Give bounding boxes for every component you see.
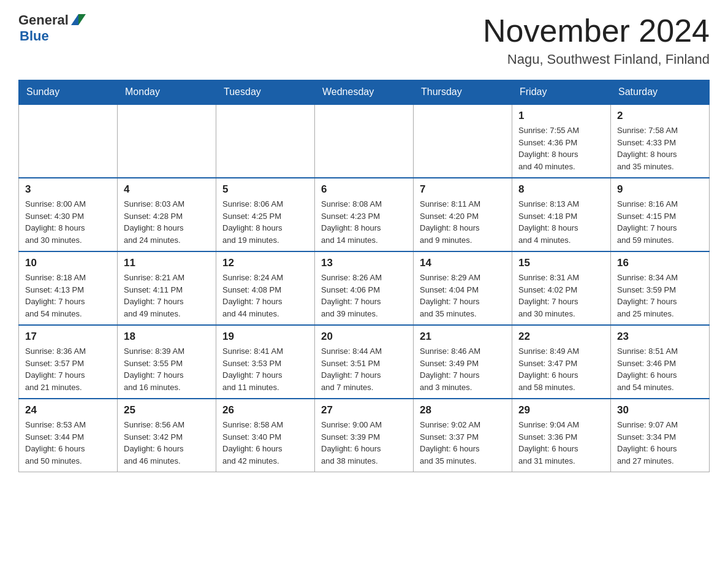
calendar-cell: 30Sunrise: 9:07 AM Sunset: 3:34 PM Dayli… [611,399,710,472]
calendar-cell: 11Sunrise: 8:21 AM Sunset: 4:11 PM Dayli… [118,251,216,325]
day-info: Sunrise: 8:34 AM Sunset: 3:59 PM Dayligh… [617,272,703,320]
day-info: Sunrise: 8:51 AM Sunset: 3:46 PM Dayligh… [617,345,703,393]
day-info: Sunrise: 8:53 AM Sunset: 3:44 PM Dayligh… [25,419,111,467]
calendar-cell: 25Sunrise: 8:56 AM Sunset: 3:42 PM Dayli… [118,399,216,472]
calendar-cell: 4Sunrise: 8:03 AM Sunset: 4:28 PM Daylig… [118,178,216,251]
day-number: 15 [518,257,604,269]
weekday-header-sunday: Sunday [19,80,118,105]
calendar-cell: 6Sunrise: 8:08 AM Sunset: 4:23 PM Daylig… [315,178,414,251]
calendar-cell: 7Sunrise: 8:11 AM Sunset: 4:20 PM Daylig… [414,178,512,251]
day-number: 20 [321,331,407,343]
calendar-cell: 15Sunrise: 8:31 AM Sunset: 4:02 PM Dayli… [512,251,611,325]
day-number: 27 [321,404,407,416]
day-number: 29 [518,404,604,416]
calendar-cell: 23Sunrise: 8:51 AM Sunset: 3:46 PM Dayli… [611,325,710,399]
weekday-header-friday: Friday [512,80,611,105]
day-number: 13 [321,257,407,269]
logo-triangle-blue [71,14,78,25]
day-number: 1 [518,110,604,122]
day-info: Sunrise: 8:44 AM Sunset: 3:51 PM Dayligh… [321,345,407,393]
calendar-cell: 9Sunrise: 8:16 AM Sunset: 4:15 PM Daylig… [611,178,710,251]
week-row-4: 17Sunrise: 8:36 AM Sunset: 3:57 PM Dayli… [19,325,710,399]
day-info: Sunrise: 8:08 AM Sunset: 4:23 PM Dayligh… [321,198,407,246]
day-number: 26 [222,404,308,416]
week-row-3: 10Sunrise: 8:18 AM Sunset: 4:13 PM Dayli… [19,251,710,325]
calendar-cell: 28Sunrise: 9:02 AM Sunset: 3:37 PM Dayli… [414,399,512,472]
day-info: Sunrise: 8:24 AM Sunset: 4:08 PM Dayligh… [222,272,308,320]
calendar-cell [414,104,512,178]
day-info: Sunrise: 8:26 AM Sunset: 4:06 PM Dayligh… [321,272,407,320]
week-row-1: 1Sunrise: 7:55 AM Sunset: 4:36 PM Daylig… [19,104,710,178]
day-number: 28 [420,404,506,416]
day-info: Sunrise: 9:02 AM Sunset: 3:37 PM Dayligh… [420,419,506,467]
day-info: Sunrise: 9:04 AM Sunset: 3:36 PM Dayligh… [518,419,604,467]
day-number: 25 [124,404,210,416]
day-info: Sunrise: 8:16 AM Sunset: 4:15 PM Dayligh… [617,198,703,246]
calendar-cell [19,104,118,178]
calendar-cell [315,104,414,178]
logo-triangle-green [78,14,86,25]
calendar-cell: 10Sunrise: 8:18 AM Sunset: 4:13 PM Dayli… [19,251,118,325]
week-row-2: 3Sunrise: 8:00 AM Sunset: 4:30 PM Daylig… [19,178,710,251]
logo: General Blue [18,12,86,44]
day-number: 24 [25,404,111,416]
location-subtitle: Nagu, Southwest Finland, Finland [483,52,710,67]
logo-text-general: General [18,12,69,28]
calendar-cell: 14Sunrise: 8:29 AM Sunset: 4:04 PM Dayli… [414,251,512,325]
calendar-cell: 2Sunrise: 7:58 AM Sunset: 4:33 PM Daylig… [611,104,710,178]
day-info: Sunrise: 8:03 AM Sunset: 4:28 PM Dayligh… [124,198,210,246]
weekday-header-monday: Monday [118,80,216,105]
calendar-cell: 21Sunrise: 8:46 AM Sunset: 3:49 PM Dayli… [414,325,512,399]
day-info: Sunrise: 8:36 AM Sunset: 3:57 PM Dayligh… [25,345,111,393]
calendar-cell [118,104,216,178]
day-number: 9 [617,183,703,196]
calendar-cell: 22Sunrise: 8:49 AM Sunset: 3:47 PM Dayli… [512,325,611,399]
day-number: 16 [617,257,703,269]
day-number: 23 [617,331,703,343]
day-number: 18 [124,331,210,343]
day-info: Sunrise: 8:29 AM Sunset: 4:04 PM Dayligh… [420,272,506,320]
calendar-cell: 3Sunrise: 8:00 AM Sunset: 4:30 PM Daylig… [19,178,118,251]
weekday-header-wednesday: Wednesday [315,80,414,105]
day-info: Sunrise: 8:41 AM Sunset: 3:53 PM Dayligh… [222,345,308,393]
day-number: 8 [518,183,604,196]
calendar-cell: 19Sunrise: 8:41 AM Sunset: 3:53 PM Dayli… [216,325,315,399]
day-number: 5 [222,183,308,196]
day-info: Sunrise: 7:55 AM Sunset: 4:36 PM Dayligh… [518,124,604,172]
day-info: Sunrise: 8:11 AM Sunset: 4:20 PM Dayligh… [420,198,506,246]
day-number: 6 [321,183,407,196]
day-number: 22 [518,331,604,343]
day-info: Sunrise: 8:46 AM Sunset: 3:49 PM Dayligh… [420,345,506,393]
calendar-cell: 5Sunrise: 8:06 AM Sunset: 4:25 PM Daylig… [216,178,315,251]
calendar-cell: 29Sunrise: 9:04 AM Sunset: 3:36 PM Dayli… [512,399,611,472]
calendar-table: SundayMondayTuesdayWednesdayThursdayFrid… [18,80,710,472]
calendar-cell: 1Sunrise: 7:55 AM Sunset: 4:36 PM Daylig… [512,104,611,178]
calendar-cell: 20Sunrise: 8:44 AM Sunset: 3:51 PM Dayli… [315,325,414,399]
calendar-cell: 24Sunrise: 8:53 AM Sunset: 3:44 PM Dayli… [19,399,118,472]
day-number: 3 [25,183,111,196]
day-number: 21 [420,331,506,343]
day-info: Sunrise: 9:07 AM Sunset: 3:34 PM Dayligh… [617,419,703,467]
day-info: Sunrise: 8:13 AM Sunset: 4:18 PM Dayligh… [518,198,604,246]
logo-text-blue: Blue [20,28,49,44]
calendar-cell: 16Sunrise: 8:34 AM Sunset: 3:59 PM Dayli… [611,251,710,325]
calendar-header-row: SundayMondayTuesdayWednesdayThursdayFrid… [19,80,710,105]
calendar-cell: 17Sunrise: 8:36 AM Sunset: 3:57 PM Dayli… [19,325,118,399]
calendar-cell: 27Sunrise: 9:00 AM Sunset: 3:39 PM Dayli… [315,399,414,472]
day-number: 14 [420,257,506,269]
day-info: Sunrise: 7:58 AM Sunset: 4:33 PM Dayligh… [617,124,703,172]
calendar-cell: 13Sunrise: 8:26 AM Sunset: 4:06 PM Dayli… [315,251,414,325]
day-info: Sunrise: 8:58 AM Sunset: 3:40 PM Dayligh… [222,419,308,467]
day-info: Sunrise: 9:00 AM Sunset: 3:39 PM Dayligh… [321,419,407,467]
day-info: Sunrise: 8:21 AM Sunset: 4:11 PM Dayligh… [124,272,210,320]
weekday-header-tuesday: Tuesday [216,80,315,105]
page-header: General Blue November 2024 Nagu, Southwe… [18,12,710,67]
day-number: 11 [124,257,210,269]
day-info: Sunrise: 8:18 AM Sunset: 4:13 PM Dayligh… [25,272,111,320]
day-info: Sunrise: 8:39 AM Sunset: 3:55 PM Dayligh… [124,345,210,393]
calendar-cell: 18Sunrise: 8:39 AM Sunset: 3:55 PM Dayli… [118,325,216,399]
day-number: 4 [124,183,210,196]
month-title: November 2024 [483,12,710,49]
calendar-cell: 8Sunrise: 8:13 AM Sunset: 4:18 PM Daylig… [512,178,611,251]
day-number: 17 [25,331,111,343]
